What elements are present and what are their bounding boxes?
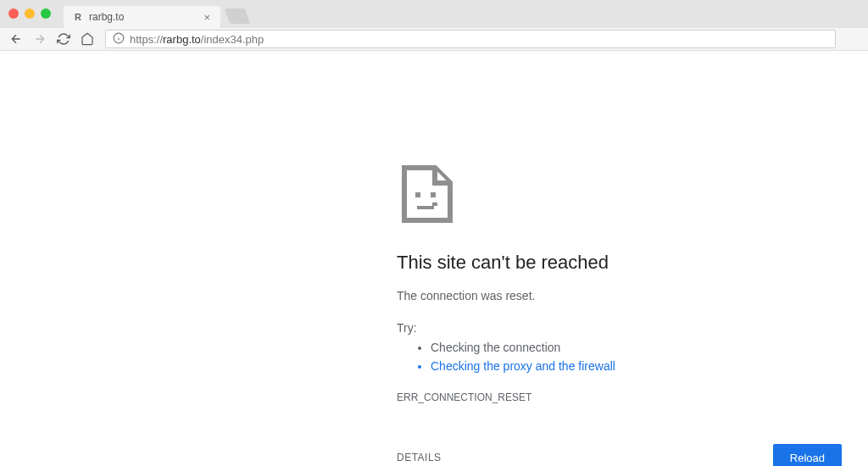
error-title: This site can't be reached	[397, 252, 868, 274]
tab-bar: R rarbg.to ×	[64, 6, 248, 28]
url-path: /index34.php	[201, 33, 264, 46]
close-tab-button[interactable]: ×	[202, 11, 212, 24]
forward-button[interactable]	[31, 30, 49, 48]
try-label: Try:	[397, 321, 868, 335]
error-code: ERR_CONNECTION_RESET	[397, 391, 868, 403]
close-window-button[interactable]	[8, 8, 19, 19]
url-domain: rarbg.to	[163, 33, 201, 46]
error-footer: DETAILS Reload	[397, 444, 842, 466]
suggestion-list: Checking the connection Checking the pro…	[397, 338, 868, 376]
reload-button[interactable]	[54, 30, 73, 48]
tab-title: rarbg.to	[89, 11, 202, 23]
minimize-window-button[interactable]	[25, 8, 35, 19]
svg-rect-4	[431, 192, 436, 197]
reload-page-button[interactable]: Reload	[773, 444, 842, 466]
sad-page-icon	[398, 165, 459, 226]
toolbar: https://rarbg.to/index34.php	[0, 28, 868, 51]
maximize-window-button[interactable]	[41, 8, 51, 19]
error-subtitle: The connection was reset.	[397, 289, 868, 302]
site-info-icon[interactable]	[113, 32, 125, 47]
svg-rect-6	[432, 202, 437, 206]
url-protocol: https://	[130, 33, 163, 46]
svg-rect-3	[415, 192, 420, 197]
tab-favicon: R	[72, 11, 84, 23]
window-controls	[8, 8, 51, 19]
address-bar[interactable]: https://rarbg.to/index34.php	[105, 30, 836, 48]
home-button[interactable]	[78, 30, 97, 48]
suggestion-link[interactable]: Checking the proxy and the firewall	[431, 357, 868, 375]
browser-tab[interactable]: R rarbg.to ×	[64, 6, 220, 28]
browser-chrome: R rarbg.to × https://rarbg.to/index34.ph…	[0, 0, 868, 51]
suggestion-item: Checking the connection	[431, 338, 868, 357]
details-button[interactable]: DETAILS	[397, 452, 442, 463]
back-button[interactable]	[7, 30, 25, 48]
error-page: This site can't be reached The connectio…	[0, 51, 868, 466]
new-tab-button[interactable]	[225, 8, 251, 24]
svg-rect-5	[417, 206, 434, 209]
